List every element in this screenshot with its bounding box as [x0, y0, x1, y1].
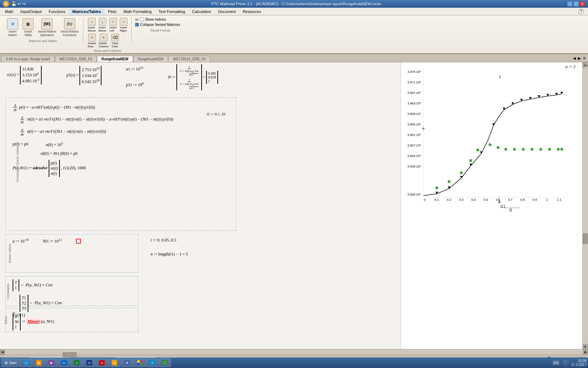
- excel-icon: X: [74, 360, 79, 366]
- vector-matrix-operators-button[interactable]: [Mi] Vector/MatrixOperators: [36, 18, 58, 38]
- guess-values-label: Guess Values: [8, 244, 12, 263]
- taskbar-app-skype[interactable]: S: [146, 359, 158, 367]
- dot-10: [522, 148, 525, 151]
- worksheet-content[interactable]: n1(s) = 11.836 3.153·104 4.981·10-5 p1(s…: [0, 62, 400, 349]
- y-label-9: 3.943·10⁶: [407, 154, 421, 158]
- restore-button[interactable]: □: [573, 1, 579, 7]
- tab-ode-fit-1[interactable]: WE170314_ODE_Fit: [55, 56, 97, 62]
- tab-runge-kuta-new-2[interactable]: RungeKutaNEW: [133, 56, 168, 62]
- tab-runge-kuta4[interactable]: 0.69 ev p-type, Runge kuta4: [1, 56, 55, 62]
- dot-14: [557, 148, 560, 151]
- help-button[interactable]: ?: [578, 9, 587, 14]
- menu-resources[interactable]: Resources: [239, 9, 265, 14]
- undo-icon[interactable]: ↩: [18, 1, 21, 6]
- delete-row-button[interactable]: ✕ DeleteRow: [87, 33, 97, 48]
- insert-table-button[interactable]: ▦ InsertTable: [21, 18, 35, 38]
- taskbar-app-acrobat[interactable]: A: [96, 359, 108, 367]
- scrollbar-down-button[interactable]: ▼: [583, 344, 588, 349]
- tab-scroll-right[interactable]: ▶: [577, 55, 581, 61]
- acrobat-icon: A: [99, 360, 105, 366]
- ribbon-group-rows-cols: ↑ InsertAbove ↓ InsertBelow ← InsertLeft: [84, 17, 132, 43]
- titlebar-controls: ─ □ ✕: [567, 1, 585, 7]
- delete-column-button[interactable]: ✕ DeleteColumn: [98, 33, 110, 48]
- help-icon[interactable]: ?: [563, 360, 568, 366]
- menu-document[interactable]: Document: [215, 9, 239, 14]
- tab-close[interactable]: ✕: [582, 55, 587, 61]
- scrollbar-thumb[interactable]: [583, 233, 588, 244]
- menu-text-formatting[interactable]: Text Formatting: [155, 9, 189, 14]
- scrollbar-up-button[interactable]: ▲: [583, 62, 588, 67]
- insert-right-button[interactable]: → InsertRight: [119, 18, 128, 33]
- taskbar-app-media1[interactable]: ▷: [20, 359, 32, 367]
- constraints2-label: Constraints: [6, 283, 10, 299]
- insert-table-icon: ▦: [22, 18, 34, 29]
- vector-matrix-functions-icon: [fx]: [64, 18, 75, 29]
- vector-matrix-functions-button[interactable]: [fx] Vector/MatrixFunctions: [59, 18, 80, 38]
- nt1-def-guess: Nt1 := 1012: [43, 238, 62, 244]
- insert-above-button[interactable]: ↑ InsertAbove: [87, 18, 97, 33]
- scrollbar-right-button[interactable]: ▶: [583, 350, 588, 355]
- menu-plots[interactable]: Plots: [104, 9, 120, 14]
- t11-legend-label: t11: [500, 205, 505, 209]
- show-indices-checkbox[interactable]: [140, 18, 144, 21]
- taskbar-app-ie[interactable]: e: [58, 359, 70, 367]
- horizontal-scrollbar[interactable]: ◀ ▶: [0, 349, 588, 355]
- insert-below-icon: ↓: [99, 18, 106, 26]
- save-icon[interactable]: 💾: [11, 1, 16, 6]
- quick-access-toolbar: 💾 ↩ ↪: [11, 1, 26, 6]
- collapse-nested-option[interactable]: Collapse Nested Matrices: [135, 23, 186, 27]
- tab-scroll-left[interactable]: ◀: [572, 55, 576, 61]
- h-scrollbar-thumb[interactable]: [63, 352, 77, 357]
- marker-6: [492, 123, 495, 125]
- start-button[interactable]: ⊞ Start: [1, 359, 20, 367]
- menubar: Math Input/Output Functions Matrices/Tab…: [0, 8, 588, 15]
- scrollbar-track[interactable]: [583, 67, 588, 344]
- collapse-nested-checkbox[interactable]: [135, 23, 139, 27]
- taskbar-app-other1[interactable]: ★: [121, 359, 133, 367]
- n-length: n := length(t1) − 1 = 5: [150, 252, 188, 257]
- x-label-2: 0.2: [447, 198, 451, 202]
- taskbar-app-other2[interactable]: ⬡: [159, 359, 171, 367]
- insert-left-button[interactable]: ← InsertLeft: [108, 18, 118, 33]
- dot-2: [448, 180, 450, 183]
- taskbar: ⊞ Start ▷ ◉ ▶ e X W A M ★ S ⬡ EN ? 10:06: [0, 357, 588, 368]
- taskbar-app-chrome[interactable]: [134, 359, 146, 367]
- menu-math[interactable]: Math: [1, 9, 17, 14]
- tab-ode-fit-2[interactable]: WE170314_ODE_Fit: [168, 56, 210, 62]
- media3-icon: ▶: [49, 360, 54, 366]
- vertical-scrollbar[interactable]: ▲ ▼: [582, 62, 588, 349]
- taskbar-app-excel[interactable]: X: [71, 359, 83, 367]
- dot-12: [539, 148, 542, 151]
- menu-math-formatting[interactable]: Math Formatting: [120, 9, 155, 14]
- redo-icon[interactable]: ↪: [22, 1, 26, 6]
- show-indices-option[interactable]: 10 Show Indices: [135, 18, 186, 21]
- minerr-def: α Nt1 := Minerr(a, Nt1): [6, 308, 138, 336]
- menu-matrices-tables[interactable]: Matrices/Tables: [69, 9, 105, 14]
- taskbar-app-mathcad[interactable]: M: [108, 359, 120, 367]
- menu-functions[interactable]: Functions: [45, 9, 69, 14]
- x-label-4: 0.4: [471, 198, 476, 202]
- a1-def: a1 := 1016: [126, 66, 143, 72]
- marker-5: [480, 151, 483, 154]
- scrollbar-left-button[interactable]: ◀: [0, 350, 5, 355]
- ribbon-group-matrices-tables: ⊞ InsertMatrix ▦ InsertTable [Mi] Vector…: [3, 17, 83, 43]
- solver-label: Solver: [4, 315, 8, 325]
- titlebar-left: M 💾 ↩ ↪: [3, 1, 26, 7]
- taskbar-app-media2[interactable]: ◉: [33, 359, 45, 367]
- taskbar-app-word[interactable]: W: [83, 359, 95, 367]
- x-label-1: 0.1: [435, 198, 439, 202]
- insert-matrix-button[interactable]: ⊞ InsertMatrix: [6, 18, 20, 38]
- clear-cells-button[interactable]: ⌫ ClearCells: [110, 33, 120, 48]
- delete-row2: ✕ DeleteRow ✕ DeleteColumn ⌫ ClearCells: [87, 33, 128, 48]
- close-button[interactable]: ✕: [580, 1, 585, 7]
- delete-row-icon: ✕: [88, 34, 96, 41]
- taskbar-app-media3[interactable]: ▶: [46, 359, 57, 367]
- menu-input-output[interactable]: Input/Output: [17, 9, 45, 14]
- tab-runge-kuta-new-active[interactable]: RungeKutaNEW: [97, 56, 133, 62]
- insert-below-button[interactable]: ↓ InsertBelow: [98, 18, 107, 33]
- minimize-button[interactable]: ─: [567, 1, 573, 7]
- menu-calculation[interactable]: Calculation: [189, 9, 215, 14]
- initial-conditions: p(0) = p0 n(0) = 105: [13, 142, 229, 148]
- solver-region: Solver α Nt1 := Minerr(a, Nt1): [5, 308, 138, 332]
- other1-icon: ★: [124, 360, 130, 366]
